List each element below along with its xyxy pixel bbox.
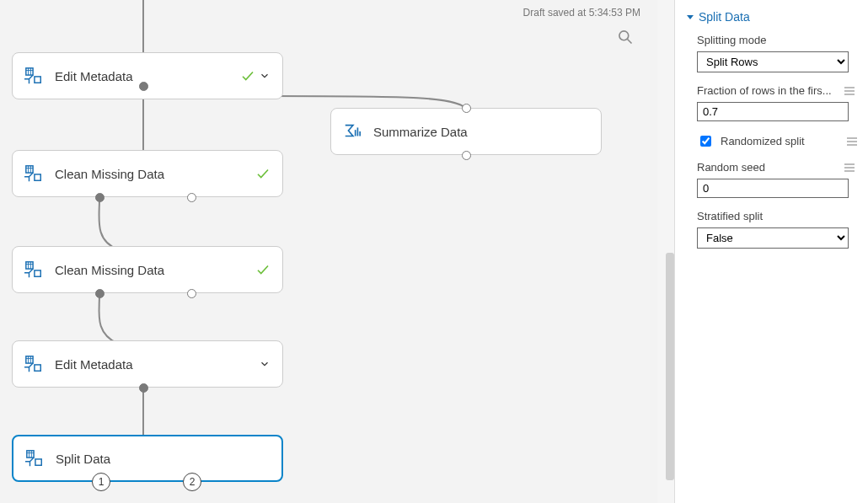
dataset-icon bbox=[24, 260, 43, 279]
svg-rect-29 bbox=[35, 459, 41, 465]
search-icon[interactable] bbox=[617, 29, 634, 45]
randomized-split-checkbox[interactable]: Randomized split bbox=[697, 133, 805, 149]
field-menu-icon[interactable] bbox=[844, 87, 856, 95]
summarize-icon bbox=[343, 122, 362, 141]
output-port-1[interactable]: 1 bbox=[92, 473, 110, 491]
dataset-icon bbox=[24, 67, 43, 85]
module-split-data[interactable]: Split Data bbox=[12, 435, 283, 482]
check-icon bbox=[255, 166, 271, 181]
randomized-checkbox-input[interactable] bbox=[700, 136, 711, 147]
svg-rect-10 bbox=[26, 166, 33, 173]
stratified-split-select[interactable]: False bbox=[697, 227, 849, 249]
field-menu-icon[interactable] bbox=[847, 137, 859, 146]
module-label: Split Data bbox=[56, 452, 270, 466]
module-label: Clean Missing Data bbox=[55, 167, 255, 181]
panel-title[interactable]: Split Data bbox=[687, 10, 856, 24]
dataset-icon bbox=[25, 449, 44, 468]
stratified-split-label: Stratified split bbox=[697, 210, 763, 222]
fraction-input[interactable] bbox=[697, 102, 849, 121]
output-port[interactable] bbox=[139, 383, 148, 393]
output-port-2[interactable]: 2 bbox=[183, 473, 201, 491]
svg-point-0 bbox=[619, 31, 629, 40]
svg-rect-14 bbox=[35, 174, 40, 180]
svg-rect-25 bbox=[27, 451, 34, 458]
field-menu-icon[interactable] bbox=[844, 163, 856, 172]
module-edit-metadata[interactable]: Edit Metadata bbox=[12, 340, 283, 388]
splitting-mode-label: Splitting mode bbox=[697, 34, 766, 46]
module-clean-missing-data[interactable]: Clean Missing Data bbox=[12, 150, 283, 197]
random-seed-input[interactable] bbox=[697, 179, 849, 198]
scrollbar[interactable] bbox=[666, 253, 674, 480]
output-port[interactable] bbox=[95, 193, 104, 202]
module-label: Edit Metadata bbox=[55, 357, 259, 372]
dataset-icon bbox=[24, 164, 43, 183]
module-label: Clean Missing Data bbox=[55, 263, 255, 277]
output-port[interactable] bbox=[462, 151, 471, 160]
output-port[interactable] bbox=[139, 82, 148, 91]
draft-status: Draft saved at 5:34:53 PM bbox=[523, 7, 640, 19]
svg-rect-20 bbox=[26, 356, 33, 363]
module-label: Summarize Data bbox=[373, 125, 589, 139]
output-port[interactable] bbox=[95, 289, 104, 298]
svg-rect-19 bbox=[35, 270, 40, 276]
svg-rect-2 bbox=[26, 68, 33, 75]
output-port[interactable] bbox=[187, 193, 196, 202]
random-seed-label: Random seed bbox=[697, 161, 765, 174]
module-summarize-data[interactable]: Summarize Data bbox=[330, 108, 602, 155]
module-clean-missing-data[interactable]: Clean Missing Data bbox=[12, 246, 283, 293]
output-port[interactable] bbox=[187, 289, 196, 298]
check-icon bbox=[240, 68, 255, 83]
splitting-mode-select[interactable]: Split Rows bbox=[697, 51, 849, 72]
chevron-down-icon[interactable] bbox=[259, 358, 271, 370]
svg-rect-15 bbox=[26, 262, 33, 269]
dataset-icon bbox=[24, 355, 43, 373]
module-label: Edit Metadata bbox=[55, 69, 240, 83]
collapse-icon[interactable] bbox=[687, 15, 694, 19]
svg-line-1 bbox=[628, 40, 632, 44]
input-port[interactable] bbox=[462, 104, 471, 113]
svg-rect-24 bbox=[35, 365, 40, 371]
experiment-canvas[interactable]: Draft saved at 5:34:53 PM Edit Metadata … bbox=[0, 0, 657, 503]
chevron-down-icon[interactable] bbox=[259, 70, 271, 82]
module-edit-metadata[interactable]: Edit Metadata bbox=[12, 52, 283, 99]
properties-panel: Split Data Splitting mode Split Rows Fra… bbox=[674, 0, 868, 503]
svg-rect-6 bbox=[35, 77, 40, 83]
check-icon bbox=[255, 262, 271, 277]
fraction-label: Fraction of rows in the firs... bbox=[697, 84, 832, 97]
